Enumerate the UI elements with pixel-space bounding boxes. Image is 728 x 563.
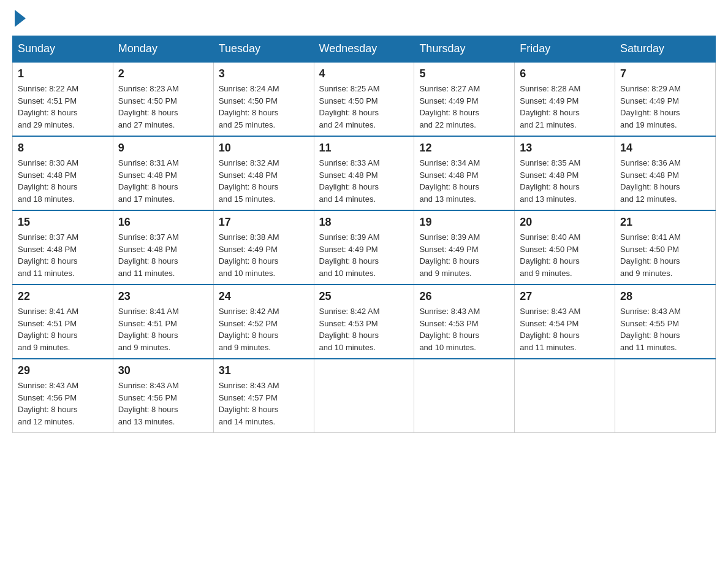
day-info: Sunrise: 8:35 AMSunset: 4:48 PMDaylight:…	[520, 157, 610, 205]
day-number: 19	[419, 216, 509, 229]
day-number: 2	[118, 67, 208, 80]
calendar-day-cell: 28Sunrise: 8:43 AMSunset: 4:55 PMDayligh…	[615, 285, 716, 359]
calendar-day-cell: 29Sunrise: 8:43 AMSunset: 4:56 PMDayligh…	[13, 359, 113, 433]
day-number: 6	[520, 67, 610, 80]
day-info: Sunrise: 8:38 AMSunset: 4:49 PMDaylight:…	[219, 231, 309, 279]
calendar-day-cell: 11Sunrise: 8:33 AMSunset: 4:48 PMDayligh…	[314, 136, 414, 210]
day-number: 25	[319, 290, 409, 303]
day-number: 13	[520, 142, 610, 155]
calendar-day-cell: 22Sunrise: 8:41 AMSunset: 4:51 PMDayligh…	[13, 285, 113, 359]
calendar-day-cell: 6Sunrise: 8:28 AMSunset: 4:49 PMDaylight…	[515, 62, 615, 136]
day-number: 4	[319, 67, 409, 80]
logo	[12, 12, 26, 23]
calendar-day-cell: 30Sunrise: 8:43 AMSunset: 4:56 PMDayligh…	[113, 359, 213, 433]
day-number: 15	[18, 216, 108, 229]
day-number: 26	[419, 290, 509, 303]
day-info: Sunrise: 8:43 AMSunset: 4:55 PMDaylight:…	[620, 305, 710, 353]
day-info: Sunrise: 8:41 AMSunset: 4:51 PMDaylight:…	[118, 305, 208, 353]
day-info: Sunrise: 8:37 AMSunset: 4:48 PMDaylight:…	[18, 231, 108, 279]
calendar-table: SundayMondayTuesdayWednesdayThursdayFrid…	[12, 36, 716, 433]
day-number: 8	[18, 142, 108, 155]
day-header-thursday: Thursday	[414, 36, 515, 63]
day-number: 7	[620, 67, 710, 80]
calendar-day-cell: 17Sunrise: 8:38 AMSunset: 4:49 PMDayligh…	[213, 210, 314, 285]
day-info: Sunrise: 8:22 AMSunset: 4:51 PMDaylight:…	[18, 83, 108, 131]
day-number: 11	[319, 142, 409, 155]
day-info: Sunrise: 8:43 AMSunset: 4:57 PMDaylight:…	[219, 380, 309, 427]
calendar-day-cell: 25Sunrise: 8:42 AMSunset: 4:53 PMDayligh…	[314, 285, 414, 359]
calendar-day-cell: 9Sunrise: 8:31 AMSunset: 4:48 PMDaylight…	[113, 136, 213, 210]
day-info: Sunrise: 8:36 AMSunset: 4:48 PMDaylight:…	[620, 157, 710, 205]
calendar-day-cell: 14Sunrise: 8:36 AMSunset: 4:48 PMDayligh…	[615, 136, 716, 210]
day-number: 3	[219, 67, 309, 80]
calendar-header-row: SundayMondayTuesdayWednesdayThursdayFrid…	[13, 36, 716, 63]
day-info: Sunrise: 8:27 AMSunset: 4:49 PMDaylight:…	[419, 83, 509, 131]
day-info: Sunrise: 8:41 AMSunset: 4:50 PMDaylight:…	[620, 231, 710, 279]
day-header-monday: Monday	[113, 36, 213, 63]
calendar-day-cell: 10Sunrise: 8:32 AMSunset: 4:48 PMDayligh…	[213, 136, 314, 210]
day-info: Sunrise: 8:28 AMSunset: 4:49 PMDaylight:…	[520, 83, 610, 131]
calendar-empty-cell	[414, 359, 515, 433]
logo-arrow-icon	[15, 10, 26, 27]
day-number: 17	[219, 216, 309, 229]
calendar-day-cell: 16Sunrise: 8:37 AMSunset: 4:48 PMDayligh…	[113, 210, 213, 285]
calendar-day-cell: 2Sunrise: 8:23 AMSunset: 4:50 PMDaylight…	[113, 62, 213, 136]
day-number: 24	[219, 290, 309, 303]
calendar-day-cell: 15Sunrise: 8:37 AMSunset: 4:48 PMDayligh…	[13, 210, 113, 285]
day-info: Sunrise: 8:31 AMSunset: 4:48 PMDaylight:…	[118, 157, 208, 205]
day-number: 18	[319, 216, 409, 229]
calendar-day-cell: 7Sunrise: 8:29 AMSunset: 4:49 PMDaylight…	[615, 62, 716, 136]
calendar-day-cell: 1Sunrise: 8:22 AMSunset: 4:51 PMDaylight…	[13, 62, 113, 136]
calendar-week-row: 29Sunrise: 8:43 AMSunset: 4:56 PMDayligh…	[13, 359, 716, 433]
day-info: Sunrise: 8:39 AMSunset: 4:49 PMDaylight:…	[419, 231, 509, 279]
day-header-sunday: Sunday	[13, 36, 113, 63]
day-number: 28	[620, 290, 710, 303]
day-header-saturday: Saturday	[615, 36, 716, 63]
day-number: 31	[219, 364, 309, 377]
day-info: Sunrise: 8:33 AMSunset: 4:48 PMDaylight:…	[319, 157, 409, 205]
day-info: Sunrise: 8:40 AMSunset: 4:50 PMDaylight:…	[520, 231, 610, 279]
calendar-day-cell: 31Sunrise: 8:43 AMSunset: 4:57 PMDayligh…	[213, 359, 314, 433]
page-header	[12, 12, 716, 23]
day-info: Sunrise: 8:30 AMSunset: 4:48 PMDaylight:…	[18, 157, 108, 205]
day-info: Sunrise: 8:37 AMSunset: 4:48 PMDaylight:…	[118, 231, 208, 279]
calendar-empty-cell	[515, 359, 615, 433]
calendar-day-cell: 5Sunrise: 8:27 AMSunset: 4:49 PMDaylight…	[414, 62, 515, 136]
calendar-day-cell: 19Sunrise: 8:39 AMSunset: 4:49 PMDayligh…	[414, 210, 515, 285]
day-info: Sunrise: 8:29 AMSunset: 4:49 PMDaylight:…	[620, 83, 710, 131]
day-info: Sunrise: 8:34 AMSunset: 4:48 PMDaylight:…	[419, 157, 509, 205]
calendar-day-cell: 8Sunrise: 8:30 AMSunset: 4:48 PMDaylight…	[13, 136, 113, 210]
calendar-week-row: 8Sunrise: 8:30 AMSunset: 4:48 PMDaylight…	[13, 136, 716, 210]
calendar-day-cell: 4Sunrise: 8:25 AMSunset: 4:50 PMDaylight…	[314, 62, 414, 136]
day-info: Sunrise: 8:32 AMSunset: 4:48 PMDaylight:…	[219, 157, 309, 205]
day-info: Sunrise: 8:43 AMSunset: 4:56 PMDaylight:…	[18, 380, 108, 427]
day-info: Sunrise: 8:43 AMSunset: 4:56 PMDaylight:…	[118, 380, 208, 427]
day-info: Sunrise: 8:42 AMSunset: 4:52 PMDaylight:…	[219, 305, 309, 353]
day-number: 22	[18, 290, 108, 303]
day-header-tuesday: Tuesday	[213, 36, 314, 63]
calendar-day-cell: 26Sunrise: 8:43 AMSunset: 4:53 PMDayligh…	[414, 285, 515, 359]
calendar-day-cell: 24Sunrise: 8:42 AMSunset: 4:52 PMDayligh…	[213, 285, 314, 359]
calendar-day-cell: 3Sunrise: 8:24 AMSunset: 4:50 PMDaylight…	[213, 62, 314, 136]
calendar-day-cell: 13Sunrise: 8:35 AMSunset: 4:48 PMDayligh…	[515, 136, 615, 210]
day-number: 1	[18, 67, 108, 80]
day-number: 12	[419, 142, 509, 155]
day-info: Sunrise: 8:41 AMSunset: 4:51 PMDaylight:…	[18, 305, 108, 353]
day-info: Sunrise: 8:43 AMSunset: 4:53 PMDaylight:…	[419, 305, 509, 353]
day-number: 21	[620, 216, 710, 229]
calendar-day-cell: 27Sunrise: 8:43 AMSunset: 4:54 PMDayligh…	[515, 285, 615, 359]
day-info: Sunrise: 8:43 AMSunset: 4:54 PMDaylight:…	[520, 305, 610, 353]
calendar-week-row: 1Sunrise: 8:22 AMSunset: 4:51 PMDaylight…	[13, 62, 716, 136]
calendar-day-cell: 20Sunrise: 8:40 AMSunset: 4:50 PMDayligh…	[515, 210, 615, 285]
calendar-day-cell: 12Sunrise: 8:34 AMSunset: 4:48 PMDayligh…	[414, 136, 515, 210]
calendar-day-cell: 23Sunrise: 8:41 AMSunset: 4:51 PMDayligh…	[113, 285, 213, 359]
calendar-week-row: 22Sunrise: 8:41 AMSunset: 4:51 PMDayligh…	[13, 285, 716, 359]
calendar-empty-cell	[615, 359, 716, 433]
day-number: 27	[520, 290, 610, 303]
day-number: 14	[620, 142, 710, 155]
day-number: 9	[118, 142, 208, 155]
calendar-week-row: 15Sunrise: 8:37 AMSunset: 4:48 PMDayligh…	[13, 210, 716, 285]
calendar-day-cell: 18Sunrise: 8:39 AMSunset: 4:49 PMDayligh…	[314, 210, 414, 285]
calendar-day-cell: 21Sunrise: 8:41 AMSunset: 4:50 PMDayligh…	[615, 210, 716, 285]
day-info: Sunrise: 8:39 AMSunset: 4:49 PMDaylight:…	[319, 231, 409, 279]
